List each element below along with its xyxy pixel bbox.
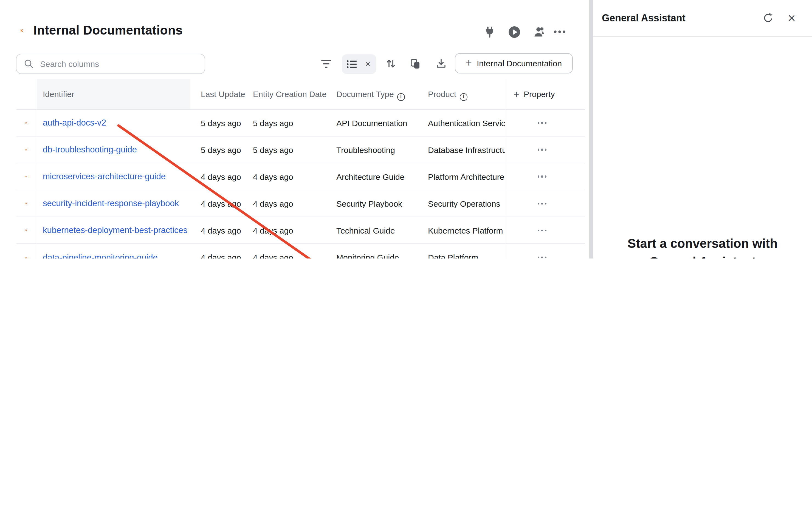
clear-view-icon[interactable]: × [364, 60, 371, 68]
add-property-button[interactable]: + Property [510, 79, 558, 110]
download-icon[interactable] [435, 57, 448, 70]
entity-hexagon-icon [22, 244, 31, 258]
document-type-cell: Architecture Guide [336, 163, 404, 190]
document-type-cell: API Documentation [336, 110, 407, 136]
identifier-link[interactable]: kubernetes-deployment-best-practices [43, 217, 187, 244]
product-cell: Platform Architecture [428, 163, 505, 190]
table-row[interactable]: microservices-architecture-guide 4 days … [17, 163, 585, 190]
column-header-entity-creation-date[interactable]: Entity Creation Date [253, 79, 326, 110]
product-cell: Authentication Service [428, 110, 505, 136]
assistant-panel: General Assistant × Start a conversation… [593, 0, 812, 258]
row-actions-icon[interactable] [534, 136, 550, 163]
filter-icon[interactable] [319, 57, 332, 70]
list-view-icon [347, 60, 357, 68]
last-update-cell: 4 days ago [201, 244, 241, 258]
share-users-icon[interactable] [531, 25, 544, 38]
search-columns-input[interactable] [39, 59, 187, 69]
document-type-cell: Security Playbook [336, 190, 402, 217]
view-toggle-pill[interactable]: × [342, 54, 376, 74]
add-property-label: Property [524, 79, 555, 110]
assistant-title: General Assistant [602, 12, 751, 24]
app-window: Internal Documentations × + Internal Doc… [0, 0, 812, 258]
assistant-panel-header: General Assistant × [593, 0, 812, 37]
creation-date-cell: 4 days ago [253, 163, 293, 190]
creation-date-cell: 4 days ago [253, 190, 293, 217]
plus-icon: + [466, 57, 472, 69]
play-demo-icon[interactable] [508, 25, 521, 38]
entity-hexagon-icon [22, 110, 31, 136]
entity-hexagon-icon [22, 190, 31, 217]
identifier-link[interactable]: auth-api-docs-v2 [43, 110, 106, 136]
product-cell: Security Operations [428, 190, 505, 217]
close-panel-icon[interactable]: × [786, 12, 798, 24]
document-type-cell: Monitoring Guide [336, 244, 399, 258]
last-update-cell: 5 days ago [201, 136, 241, 163]
identifier-link[interactable]: security-incident-response-playbook [43, 190, 179, 217]
copy-icon[interactable] [409, 57, 422, 70]
column-header-product[interactable]: Producti [428, 79, 467, 110]
table-row[interactable]: db-troubleshooting-guide 5 days ago 5 da… [17, 136, 585, 163]
info-icon[interactable]: i [460, 93, 467, 101]
column-header-identifier[interactable]: Identifier [43, 79, 74, 110]
more-options-icon[interactable] [553, 25, 566, 38]
add-button-label: Internal Documentation [477, 59, 562, 68]
table-row[interactable]: security-incident-response-playbook 4 da… [17, 190, 585, 217]
column-header-last-update[interactable]: Last Update [201, 79, 245, 110]
creation-date-cell: 5 days ago [253, 110, 293, 136]
panel-resize-divider[interactable] [589, 0, 593, 258]
row-actions-icon[interactable] [534, 190, 550, 217]
creation-date-cell: 5 days ago [253, 136, 293, 163]
page-title: Internal Documentations [33, 23, 183, 38]
reset-conversation-icon[interactable] [762, 12, 774, 24]
search-icon [24, 59, 33, 68]
table-row[interactable]: auth-api-docs-v2 5 days ago 5 days ago A… [17, 110, 585, 136]
last-update-cell: 4 days ago [201, 163, 241, 190]
column-header-document-type[interactable]: Document Typei [336, 79, 405, 110]
table-body: auth-api-docs-v2 5 days ago 5 days ago A… [17, 110, 585, 258]
entity-hexagon-icon [22, 136, 31, 163]
entity-hexagon-icon [16, 23, 29, 38]
table-row[interactable]: data-pipeline-monitoring-guide 4 days ag… [17, 244, 585, 258]
plus-icon: + [514, 79, 519, 110]
last-update-cell: 5 days ago [201, 110, 241, 136]
last-update-cell: 4 days ago [201, 190, 241, 217]
creation-date-cell: 4 days ago [253, 217, 293, 244]
table-row[interactable]: kubernetes-deployment-best-practices 4 d… [17, 217, 585, 244]
search-columns-box[interactable] [16, 54, 205, 74]
entity-hexagon-icon [22, 163, 31, 190]
empty-state-message: Start a conversation with General Assist… [593, 235, 812, 258]
row-actions-icon[interactable] [534, 163, 550, 190]
row-actions-icon[interactable] [534, 244, 550, 258]
info-icon[interactable]: i [397, 93, 405, 101]
product-cell: Kubernetes Platform [428, 217, 505, 244]
entity-hexagon-icon [22, 217, 31, 244]
integrations-plug-icon[interactable] [483, 25, 496, 38]
sort-icon[interactable] [384, 57, 397, 70]
row-actions-icon[interactable] [534, 217, 550, 244]
identifier-link[interactable]: microservices-architecture-guide [43, 163, 166, 190]
identifier-link[interactable]: data-pipeline-monitoring-guide [43, 244, 158, 258]
row-actions-icon[interactable] [534, 110, 550, 136]
product-cell: Database Infrastructure [428, 136, 505, 163]
identifier-link[interactable]: db-troubleshooting-guide [43, 136, 137, 163]
document-type-cell: Technical Guide [336, 217, 395, 244]
creation-date-cell: 4 days ago [253, 244, 293, 258]
product-cell: Data Platform [428, 244, 505, 258]
document-type-cell: Troubleshooting [336, 136, 395, 163]
last-update-cell: 4 days ago [201, 217, 241, 244]
add-internal-documentation-button[interactable]: + Internal Documentation [455, 53, 573, 73]
